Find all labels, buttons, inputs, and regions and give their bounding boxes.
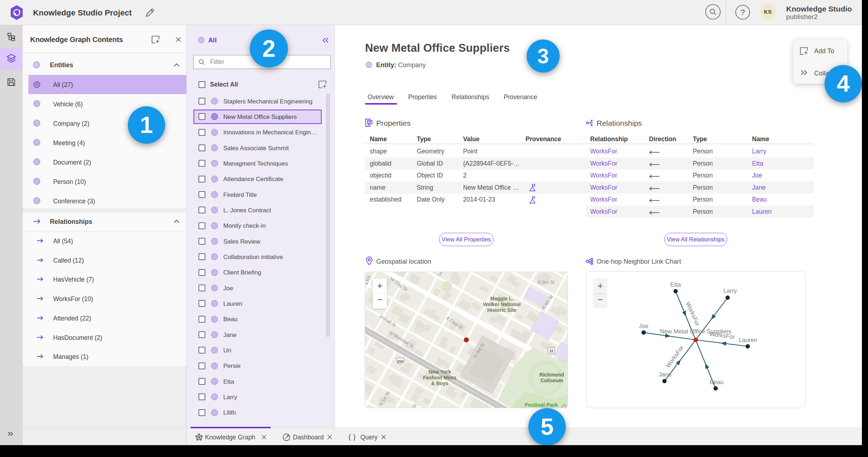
svg-text:?: ? [741, 8, 745, 17]
svg-text:Larry: Larry [723, 287, 737, 294]
svg-text:Richmond: Richmond [540, 372, 564, 378]
svg-text:Walker National: Walker National [483, 301, 521, 307]
svg-text:Fashion Mens: Fashion Mens [423, 375, 457, 380]
svg-text:Lauren: Lauren [739, 337, 757, 343]
svg-text:Jane: Jane [659, 371, 672, 378]
svg-text:33: 33 [549, 349, 554, 353]
svg-text:New York: New York [429, 369, 451, 375]
svg-text:Coliseum: Coliseum [540, 378, 563, 383]
svg-text:Historic Site: Historic Site [487, 307, 517, 313]
svg-text:Festival Park: Festival Park [525, 402, 558, 408]
svg-text:N 3rd St: N 3rd St [537, 280, 555, 285]
svg-text:Joe: Joe [639, 323, 649, 329]
svg-text:& Boys: & Boys [431, 380, 448, 386]
svg-text:Beau: Beau [710, 379, 724, 385]
svg-text:250: 250 [397, 359, 403, 364]
svg-text:Etta: Etta [670, 281, 681, 288]
svg-text:Maggie L.: Maggie L. [490, 296, 514, 301]
